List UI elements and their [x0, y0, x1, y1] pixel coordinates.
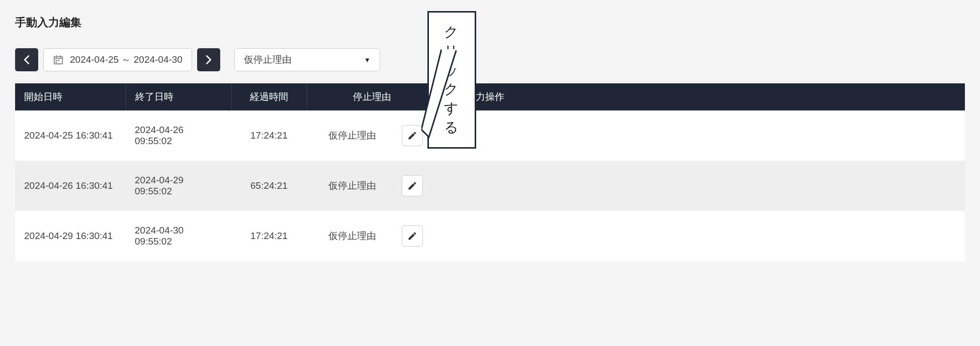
svg-rect-3 [56, 62, 57, 63]
pencil-icon [407, 231, 417, 241]
cell-reason: 仮停止理由 [307, 211, 397, 261]
svg-rect-1 [56, 60, 57, 61]
toolbar: 2024-04-25 ～ 2024-04-30 仮停止理由 ▼ [15, 48, 965, 71]
date-range-picker[interactable]: 2024-04-25 ～ 2024-04-30 [43, 48, 192, 71]
chevron-right-icon [206, 55, 212, 64]
edit-button[interactable] [402, 225, 423, 247]
prev-button[interactable] [15, 48, 38, 71]
table-header-row: 開始日時 終了日時 経過時間 停止理由 手動入力操作 [15, 83, 965, 110]
edit-button[interactable] [402, 175, 423, 196]
edit-button[interactable] [402, 125, 423, 146]
table-row: 2024-04-26 16:30:41 2024-04-29 09:55:02 … [15, 161, 965, 211]
cell-end: 2024-04-29 09:55:02 [126, 161, 231, 211]
table-row: 2024-04-25 16:30:41 2024-04-26 09:55:02 … [15, 110, 965, 161]
svg-rect-2 [58, 60, 59, 61]
cell-manual [437, 161, 965, 211]
cell-manual [437, 211, 965, 261]
header-end: 終了日時 [126, 83, 231, 110]
cell-start: 2024-04-29 16:30:41 [15, 211, 126, 261]
caret-down-icon: ▼ [364, 56, 371, 64]
reason-select[interactable]: 仮停止理由 ▼ [234, 48, 380, 71]
page-title: 手動入力編集 [15, 15, 965, 30]
cell-elapsed: 17:24:21 [231, 211, 307, 261]
cell-elapsed: 17:24:21 [231, 110, 307, 161]
svg-marker-5 [441, 49, 457, 50]
calendar-icon [53, 54, 64, 65]
table-row: 2024-04-29 16:30:41 2024-04-30 09:55:02 … [15, 211, 965, 261]
svg-marker-4 [421, 49, 457, 137]
next-button[interactable] [197, 48, 220, 71]
cell-end: 2024-04-26 09:55:02 [126, 110, 231, 161]
pencil-icon [407, 181, 417, 191]
records-table: 開始日時 終了日時 経過時間 停止理由 手動入力操作 2024-04-25 16… [15, 83, 965, 261]
cell-start: 2024-04-25 16:30:41 [15, 110, 126, 161]
chevron-left-icon [24, 55, 30, 64]
header-reason: 停止理由 [307, 83, 437, 110]
cell-reason: 仮停止理由 [307, 161, 397, 211]
cell-edit [397, 211, 437, 261]
cell-reason: 仮停止理由 [307, 110, 397, 161]
cell-edit [397, 161, 437, 211]
date-range-text: 2024-04-25 ～ 2024-04-30 [70, 53, 183, 66]
cell-end: 2024-04-30 09:55:02 [126, 211, 231, 261]
header-start: 開始日時 [15, 83, 126, 110]
cell-elapsed: 65:24:21 [231, 161, 307, 211]
header-elapsed: 経過時間 [231, 83, 307, 110]
cell-manual [437, 110, 965, 161]
reason-select-label: 仮停止理由 [244, 53, 292, 66]
pencil-icon [407, 131, 417, 141]
cell-start: 2024-04-26 16:30:41 [15, 161, 126, 211]
header-manual: 手動入力操作 [437, 83, 965, 110]
